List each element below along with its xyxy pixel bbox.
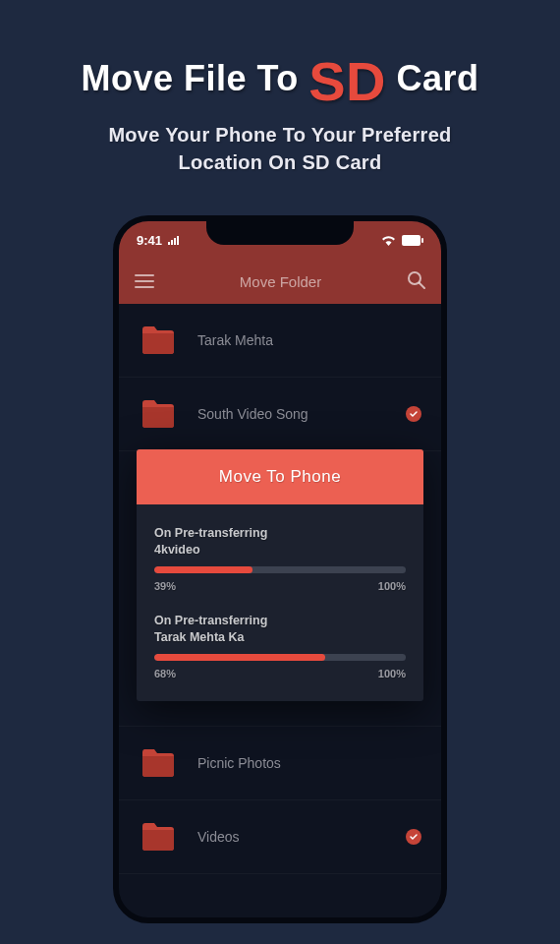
transfer-item: On Pre-transferring 4kvideo 39% 100% — [154, 526, 406, 592]
folder-name: Videos — [197, 829, 240, 845]
promo-title: Move File To SD Card — [0, 49, 560, 113]
status-time: 9:41 — [137, 233, 162, 248]
svg-line-3 — [420, 283, 424, 288]
check-icon — [406, 406, 421, 422]
folder-name: South Video Song — [197, 406, 308, 422]
folder-icon — [140, 399, 176, 429]
app-header: Move Folder — [119, 259, 441, 304]
promo-title-after: Card — [386, 58, 479, 98]
battery-icon — [402, 235, 423, 246]
phone-frame: 9:41 Move Folder — [113, 215, 447, 923]
folder-icon — [140, 822, 176, 852]
svg-rect-0 — [402, 235, 420, 246]
folder-icon — [140, 325, 176, 355]
dialog-header: Move To Phone — [137, 449, 423, 504]
transfer-status: On Pre-transferring — [154, 614, 406, 627]
folder-item[interactable]: Videos — [119, 800, 441, 874]
transfer-status: On Pre-transferring — [154, 526, 406, 540]
folder-name: Tarak Mehta — [197, 332, 273, 348]
folder-name: Picnic Photos — [197, 755, 281, 771]
wifi-icon — [381, 235, 396, 246]
progress-current: 39% — [154, 580, 176, 592]
progress-current: 68% — [154, 668, 176, 679]
promo-title-before: Move File To — [81, 58, 308, 98]
signal-icon — [168, 236, 179, 245]
transfer-file-name: Tarak Mehta Ka — [154, 630, 406, 644]
svg-rect-1 — [421, 238, 423, 243]
promo-subtitle-line1: Move Your Phone To Your Preferred — [108, 124, 451, 146]
status-right — [381, 235, 423, 246]
status-left: 9:41 — [137, 233, 179, 248]
promo-subtitle: Move Your Phone To Your Preferred Locati… — [0, 121, 560, 176]
promo-subtitle-line2: Location On SD Card — [179, 151, 382, 173]
header-title: Move Folder — [240, 273, 321, 290]
promo-header: Move File To SD Card Move Your Phone To … — [0, 0, 560, 176]
progress-fill — [154, 654, 325, 661]
transfer-item: On Pre-transferring Tarak Mehta Ka 68% 1… — [154, 614, 406, 679]
search-icon[interactable] — [407, 270, 425, 293]
svg-point-2 — [409, 272, 420, 284]
progress-total: 100% — [378, 668, 406, 679]
dialog-body: On Pre-transferring 4kvideo 39% 100% On … — [137, 504, 423, 701]
folder-item[interactable]: South Video Song — [119, 378, 441, 451]
progress-bar — [154, 566, 406, 573]
folder-item[interactable]: Picnic Photos — [119, 727, 441, 800]
progress-labels: 68% 100% — [154, 668, 406, 679]
menu-icon[interactable] — [135, 270, 154, 292]
progress-fill — [154, 566, 252, 573]
progress-total: 100% — [378, 580, 406, 592]
transfer-file-name: 4kvideo — [154, 543, 406, 557]
promo-title-highlight: SD — [308, 50, 386, 112]
folder-icon — [140, 748, 176, 778]
transfer-dialog: Move To Phone On Pre-transferring 4kvide… — [137, 449, 423, 701]
folder-item[interactable]: Tarak Mehta — [119, 304, 441, 378]
check-icon — [406, 829, 421, 845]
progress-labels: 39% 100% — [154, 580, 406, 592]
progress-bar — [154, 654, 406, 661]
phone-notch — [206, 219, 354, 245]
dialog-title: Move To Phone — [154, 467, 406, 487]
